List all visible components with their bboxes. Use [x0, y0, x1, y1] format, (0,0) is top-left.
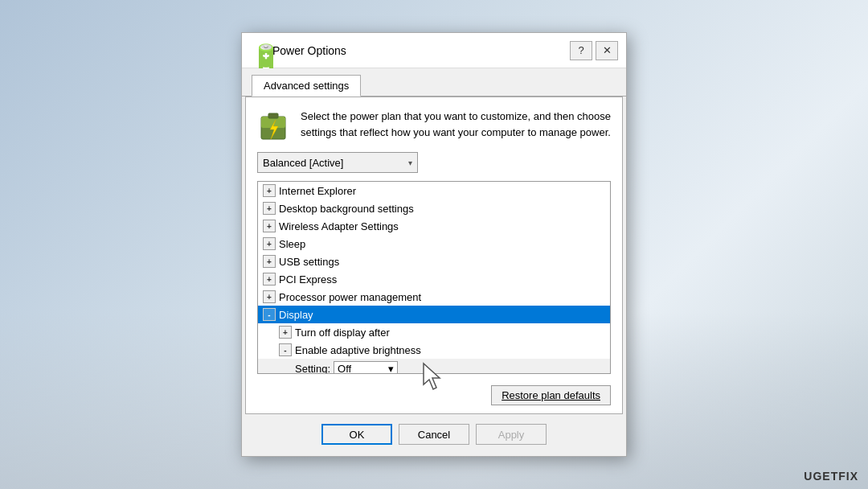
tree-item[interactable]: -Display: [258, 306, 610, 323]
tree-item[interactable]: +Processor power management: [258, 288, 610, 306]
power-options-icon: 🔋: [250, 43, 266, 59]
restore-plan-defaults-button[interactable]: Restore plan defaults: [491, 385, 611, 405]
cancel-button[interactable]: Cancel: [399, 424, 469, 445]
tree-item[interactable]: +Wireless Adapter Settings: [258, 217, 610, 235]
help-button[interactable]: ?: [570, 41, 592, 60]
apply-button[interactable]: Apply: [476, 424, 547, 445]
expand-icon: +: [263, 220, 276, 232]
tree-item-label: Internet Explorer: [279, 185, 356, 197]
power-options-dialog: 🔋 Power Options ? ✕ Advanced settings: [241, 32, 627, 457]
expand-icon: -: [263, 308, 276, 321]
button-row: OK Cancel Apply: [242, 414, 626, 456]
tree-item-label: Display: [279, 309, 313, 321]
tree-item[interactable]: +Turn off display after: [258, 323, 610, 341]
expand-icon: +: [279, 326, 292, 339]
expand-icon: +: [263, 290, 276, 303]
settings-tree[interactable]: +Internet Explorer+Desktop background se…: [257, 181, 611, 374]
dialog-title: Power Options: [272, 44, 563, 57]
power-icon-large: [257, 109, 289, 144]
tab-area: Advanced settings: [242, 68, 626, 97]
expand-icon: +: [263, 184, 276, 197]
expand-icon: +: [263, 237, 276, 250]
tree-item-label: Sleep: [279, 238, 305, 250]
tree-item[interactable]: -Enable adaptive brightness: [258, 341, 610, 359]
setting-value-dropdown[interactable]: Off▾: [334, 361, 398, 374]
tree-item-label: Wireless Adapter Settings: [279, 220, 399, 232]
dialog-body: Select the power plan that you want to c…: [245, 97, 623, 414]
tree-item-label: PCI Express: [279, 273, 337, 286]
tree-item-label: Processor power management: [279, 291, 421, 303]
tree-item-label: Desktop background settings: [279, 203, 414, 215]
setting-dropdown-arrow: ▾: [388, 363, 394, 374]
restore-row: Restore plan defaults: [257, 385, 611, 405]
tree-item-label: Turn off display after: [295, 327, 390, 339]
close-button[interactable]: ✕: [596, 41, 618, 60]
tree-item[interactable]: +Internet Explorer: [258, 182, 610, 199]
tree-item[interactable]: +USB settings: [258, 253, 610, 270]
expand-icon: +: [263, 202, 276, 215]
window-controls: ? ✕: [570, 41, 618, 60]
setting-label: Setting:: [295, 363, 330, 374]
setting-row: Setting:Off▾: [258, 359, 610, 374]
description-row: Select the power plan that you want to c…: [257, 109, 611, 144]
expand-icon: +: [263, 273, 276, 286]
expand-icon: -: [279, 343, 292, 356]
tree-item-label: USB settings: [279, 256, 339, 268]
title-bar: 🔋 Power Options ? ✕: [242, 33, 626, 68]
description-text: Select the power plan that you want to c…: [301, 109, 611, 140]
tree-item[interactable]: +PCI Express: [258, 270, 610, 288]
ok-button[interactable]: OK: [321, 424, 392, 445]
tree-item-label: Enable adaptive brightness: [295, 344, 421, 356]
tab-advanced-settings[interactable]: Advanced settings: [252, 75, 361, 97]
expand-icon: +: [263, 255, 276, 268]
tree-item[interactable]: +Sleep: [258, 235, 610, 253]
tree-item[interactable]: +Desktop background settings: [258, 199, 610, 217]
plan-dropdown[interactable]: Balanced [Active] ▾: [257, 152, 418, 173]
svg-rect-2: [268, 113, 278, 118]
dropdown-arrow-icon: ▾: [408, 158, 412, 167]
watermark: UGETFIX: [804, 470, 858, 483]
